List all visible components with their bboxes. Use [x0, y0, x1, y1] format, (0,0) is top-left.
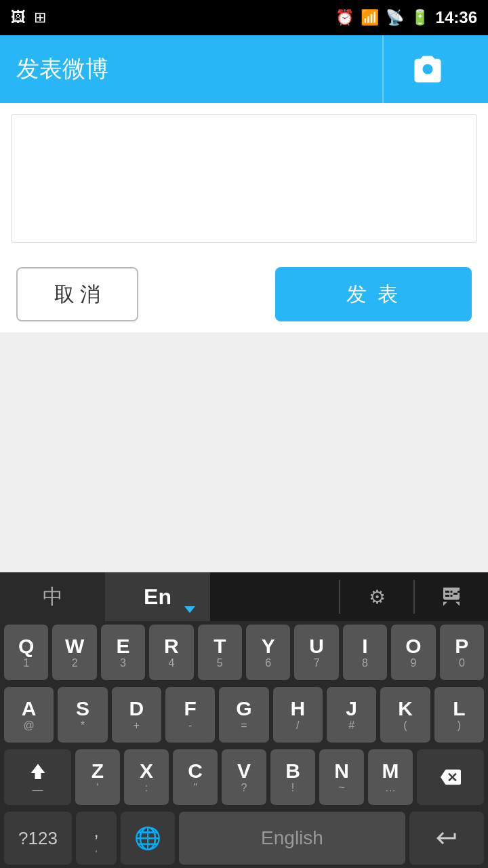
- key-u[interactable]: U 7: [294, 625, 338, 680]
- publish-button[interactable]: 发 表: [275, 267, 472, 321]
- backspace-icon: [437, 767, 464, 787]
- key-q[interactable]: Q 1: [4, 625, 48, 680]
- globe-icon: 🌐: [134, 825, 161, 851]
- apps-icon: ⊞: [34, 9, 46, 26]
- lang-en-label: En: [144, 585, 171, 610]
- key-m[interactable]: M …: [368, 749, 413, 805]
- status-left-icons: 🖼 ⊞: [11, 9, 46, 26]
- keyboard-settings-button[interactable]: ⚙: [340, 572, 413, 621]
- lang-chinese-button[interactable]: 中: [0, 572, 105, 621]
- gallery-icon: 🖼: [11, 9, 26, 26]
- key-s[interactable]: S *: [58, 687, 107, 743]
- cancel-button[interactable]: 取 消: [16, 267, 138, 321]
- key-n[interactable]: N ~: [319, 749, 364, 805]
- app-bar-title: 发表微博: [16, 54, 108, 85]
- spacebar[interactable]: English: [179, 812, 405, 865]
- key-a[interactable]: A @: [4, 687, 54, 743]
- key-z[interactable]: Z ': [75, 749, 120, 805]
- status-bar: 🖼 ⊞ ⏰ 📶 📡 🔋 14:36: [0, 0, 488, 35]
- key-w[interactable]: W 2: [52, 625, 96, 680]
- key-x[interactable]: X :: [124, 749, 169, 805]
- key-c[interactable]: C ": [173, 749, 218, 805]
- app-bar: 发表微博: [0, 35, 488, 103]
- key-o[interactable]: O 9: [391, 625, 435, 680]
- key-r[interactable]: R 4: [149, 625, 193, 680]
- wifi-icon: 📶: [361, 9, 379, 26]
- key-e[interactable]: E 3: [101, 625, 145, 680]
- globe-button[interactable]: 🌐: [121, 812, 175, 865]
- key-p[interactable]: P 0: [440, 625, 484, 680]
- keyboard-bottom-row: ?123 , ， 🌐 English: [0, 808, 488, 868]
- alarm-icon: ⏰: [336, 9, 354, 26]
- enter-icon: [432, 826, 462, 850]
- enter-button[interactable]: [409, 812, 484, 865]
- keyboard: 中 En ⚙ Q 1 W 2 E 3 R 4: [0, 572, 488, 868]
- hide-keyboard-icon: [439, 585, 464, 609]
- battery-icon: 🔋: [411, 9, 429, 26]
- keyboard-hide-button[interactable]: [415, 572, 488, 621]
- content-area: [0, 103, 488, 256]
- key-y[interactable]: Y 6: [246, 625, 290, 680]
- status-right-icons: ⏰ 📶 📡 🔋 14:36: [336, 8, 477, 27]
- key-b[interactable]: B !: [270, 749, 315, 805]
- keyboard-row-3: — Z ' X : C " V ? B ! N ~ M …: [0, 746, 488, 808]
- key-h[interactable]: H /: [273, 687, 323, 743]
- spacebar-label: English: [261, 827, 323, 849]
- weibo-textarea[interactable]: [11, 114, 477, 243]
- key-f[interactable]: F -: [165, 687, 215, 743]
- comma-label: ,: [94, 821, 98, 842]
- camera-icon: [410, 52, 445, 87]
- signal-icon: 📡: [386, 9, 404, 26]
- camera-button[interactable]: [384, 35, 472, 103]
- key-j[interactable]: J #: [327, 687, 376, 743]
- keyboard-lang-bar: 中 En ⚙: [0, 572, 488, 621]
- key-i[interactable]: I 8: [343, 625, 387, 680]
- comma-sub: ，: [91, 842, 102, 856]
- backspace-button[interactable]: [417, 749, 484, 805]
- keyboard-row-1: Q 1 W 2 E 3 R 4 T 5 Y 6 U 7 I 8: [0, 621, 488, 684]
- shift-icon: [26, 759, 50, 783]
- num-symbols-label: ?123: [18, 828, 58, 849]
- key-l[interactable]: L ): [434, 687, 484, 743]
- buttons-row: 取 消 发 表: [0, 256, 488, 332]
- lang-english-button[interactable]: En: [105, 572, 210, 621]
- key-g[interactable]: G =: [219, 687, 268, 743]
- comma-key[interactable]: , ，: [76, 812, 117, 865]
- num-symbols-button[interactable]: ?123: [4, 812, 72, 865]
- key-v[interactable]: V ?: [222, 749, 266, 805]
- keyboard-row-2: A @ S * D + F - G = H / J # K (: [0, 684, 488, 746]
- en-caret-icon: [184, 606, 195, 613]
- status-time: 14:36: [436, 8, 477, 27]
- key-t[interactable]: T 5: [198, 625, 242, 680]
- key-d[interactable]: D +: [112, 687, 161, 743]
- shift-button[interactable]: —: [4, 749, 71, 805]
- key-k[interactable]: K (: [380, 687, 430, 743]
